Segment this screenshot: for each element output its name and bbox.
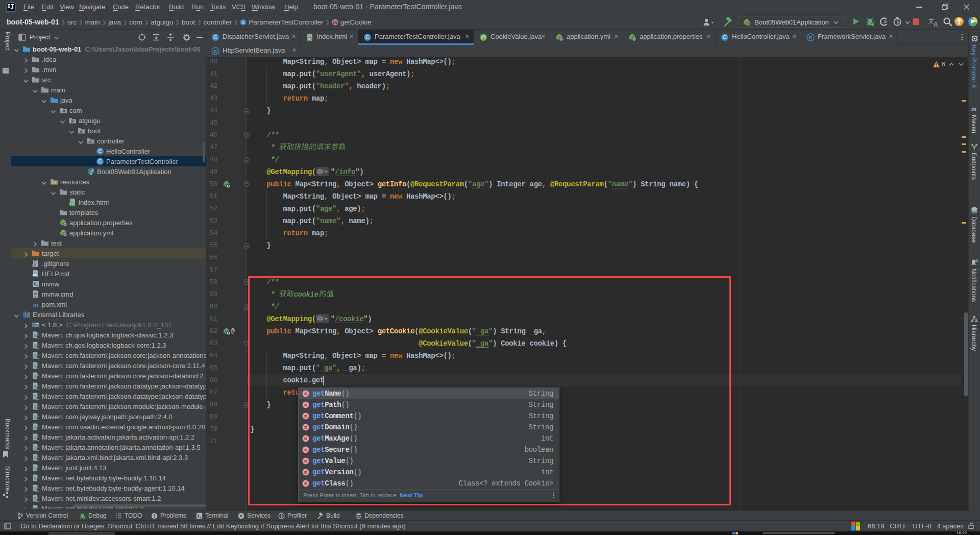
svg-text:C: C <box>98 158 102 164</box>
svg-text:H: H <box>308 37 310 41</box>
svg-text:m: m <box>33 301 38 308</box>
svg-text:C: C <box>242 20 246 25</box>
svg-text:MD: MD <box>33 274 37 277</box>
svg-text:↻: ↻ <box>747 22 750 26</box>
svg-text:@: @ <box>481 34 486 40</box>
svg-text:C: C <box>214 48 217 54</box>
svg-text:H: H <box>70 202 73 206</box>
svg-text:C: C <box>723 34 727 40</box>
svg-text:C: C <box>213 34 217 40</box>
svg-text:m: m <box>333 20 337 25</box>
svg-text:C: C <box>98 148 102 154</box>
svg-text:C: C <box>365 34 370 40</box>
svg-text:A: A <box>934 21 938 27</box>
svg-text:C: C <box>809 35 813 40</box>
